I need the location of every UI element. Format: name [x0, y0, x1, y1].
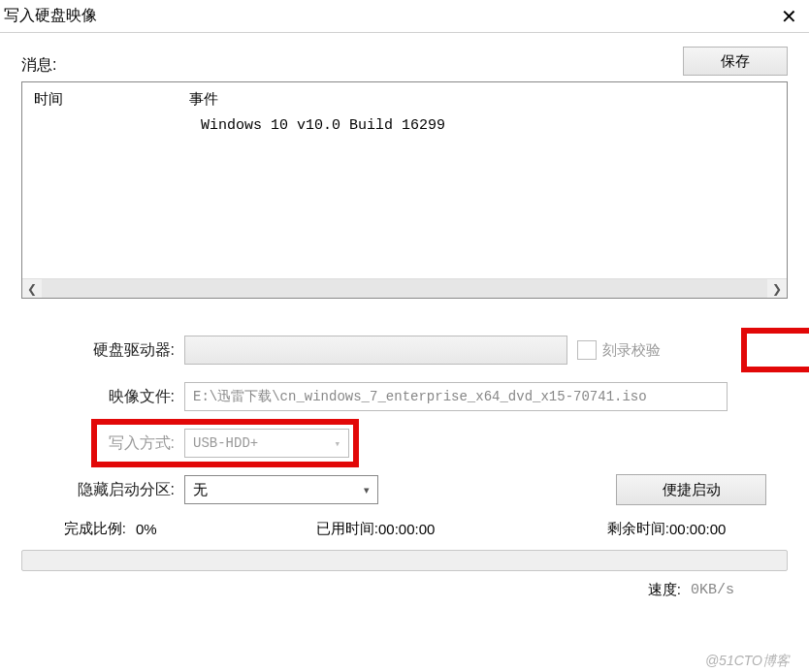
- verify-label: 刻录校验: [602, 341, 661, 360]
- scroll-left-icon[interactable]: ❮: [22, 279, 42, 299]
- hide-boot-value: 无: [193, 481, 208, 499]
- drive-label: 硬盘驱动器:: [21, 340, 184, 361]
- messages-listbox: 时间 事件 Windows 10 v10.0 Build 16299 ❮ ❯: [21, 81, 788, 299]
- write-mode-label: 写入方式:: [21, 433, 184, 454]
- drive-select[interactable]: [184, 336, 567, 365]
- remaining-value: 00:00:00: [669, 521, 766, 537]
- progress-bar: [21, 550, 788, 571]
- hide-boot-select[interactable]: 无 ▾: [184, 475, 378, 504]
- verify-checkbox-wrap[interactable]: 刻录校验: [577, 340, 661, 360]
- progress-label: 完成比例:: [21, 520, 136, 538]
- highlight-verify: [741, 328, 809, 372]
- scroll-right-icon[interactable]: ❯: [767, 279, 787, 299]
- column-header-event: 事件: [185, 90, 787, 109]
- horizontal-scrollbar[interactable]: ❮ ❯: [22, 278, 787, 298]
- chevron-down-icon: ▾: [334, 437, 340, 450]
- log-event-text: Windows 10 v10.0 Build 16299: [201, 117, 445, 134]
- verify-checkbox[interactable]: [577, 340, 597, 360]
- scroll-track[interactable]: [42, 279, 767, 298]
- log-entry: Windows 10 v10.0 Build 16299: [22, 115, 787, 137]
- messages-label: 消息:: [21, 55, 56, 76]
- hide-boot-label: 隐藏启动分区:: [21, 480, 184, 500]
- image-file-label: 映像文件:: [21, 387, 184, 407]
- quick-boot-button[interactable]: 便捷启动: [616, 474, 766, 505]
- chevron-down-icon: ▾: [364, 484, 370, 496]
- watermark: @51CTO博客: [705, 653, 790, 670]
- progress-value: 0%: [136, 521, 252, 537]
- titlebar: 写入硬盘映像 ✕: [0, 0, 809, 33]
- elapsed-value: 00:00:00: [378, 521, 534, 537]
- column-header-time: 时间: [22, 90, 185, 109]
- elapsed-label: 已用时间:: [252, 520, 378, 538]
- write-mode-value: USB-HDD+: [193, 435, 258, 451]
- close-icon[interactable]: ✕: [781, 7, 797, 26]
- speed-label: 速度:: [648, 581, 681, 599]
- window-title: 写入硬盘映像: [4, 6, 97, 26]
- speed-value: 0KB/s: [691, 582, 760, 598]
- remaining-label: 剩余时间:: [534, 520, 669, 538]
- dialog-content: 消息: 保存 时间 事件 Windows 10 v10.0 Build 1629…: [0, 33, 809, 599]
- image-file-input[interactable]: [184, 382, 728, 411]
- stats-row: 完成比例: 0% 已用时间: 00:00:00 剩余时间: 00:00:00: [21, 520, 788, 538]
- write-mode-select[interactable]: USB-HDD+ ▾: [184, 429, 349, 458]
- save-button[interactable]: 保存: [683, 47, 788, 76]
